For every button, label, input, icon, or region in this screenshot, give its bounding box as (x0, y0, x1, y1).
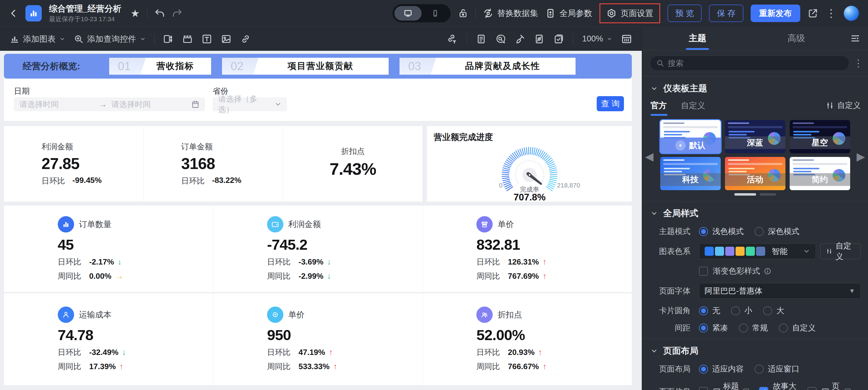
clean-style-brush-icon[interactable] (515, 34, 525, 44)
theme-thumb-tech[interactable]: 科技 (660, 157, 721, 190)
section-global-style[interactable]: 全局样式 (651, 207, 868, 220)
save-button[interactable]: 保 存 (709, 4, 743, 22)
theme-thumb-activity[interactable]: 活动 (725, 157, 785, 190)
lock-icon[interactable] (458, 8, 468, 19)
layout-widget-icon[interactable] (163, 34, 173, 44)
grid-settings-icon[interactable] (621, 34, 632, 44)
radio-spacing-normal[interactable]: 常规 (739, 323, 768, 333)
tab-theme[interactable]: 主题 (648, 27, 747, 50)
footer-checkbox[interactable] (807, 387, 816, 390)
theme-customize-button[interactable]: 自定义 (826, 100, 861, 111)
page-font-select[interactable]: 阿里巴巴-普惠体 ▼ (699, 283, 861, 299)
kpi-card-discount2[interactable]: 折扣点 52.00% 日环比20.93%↑ 周同比766.67%↑ (423, 293, 632, 385)
kpi-sub-value: -99.45% (72, 176, 102, 186)
kpi-card-discount[interactable]: 折扣点 7.43% (283, 126, 423, 202)
back-icon[interactable] (9, 9, 18, 18)
theme-thumb-simple[interactable]: 简约 (790, 157, 850, 190)
chat-analysis-icon[interactable] (495, 34, 506, 44)
avatar[interactable] (844, 6, 859, 21)
sliders-icon (826, 247, 833, 255)
image-widget-icon[interactable] (221, 34, 231, 44)
theme-tab-official[interactable]: 官方 (651, 100, 667, 116)
style-doc-icon[interactable] (476, 34, 486, 44)
kpi-label: 单价 (288, 309, 305, 320)
text-widget-icon[interactable] (202, 34, 212, 44)
republish-button[interactable]: 重新发布 (751, 4, 800, 22)
undo-icon[interactable] (155, 8, 165, 19)
share-icon[interactable] (807, 8, 818, 19)
batch-select-icon[interactable] (554, 34, 564, 44)
radio-light-mode[interactable]: 浅色模式 (699, 226, 744, 237)
title-area-option[interactable]: 标题区 (699, 381, 750, 390)
carousel-pagination[interactable] (659, 193, 851, 196)
tab-container-icon[interactable] (182, 34, 193, 44)
section-page-layout[interactable]: 页面布局 (651, 345, 868, 357)
redo-icon[interactable] (172, 8, 182, 19)
info-icon[interactable] (764, 267, 772, 275)
banner-tab-brand[interactable]: 03 品牌贡献及成长性 (400, 58, 576, 75)
mobile-toggle-icon[interactable] (422, 6, 449, 21)
radio-corner-small[interactable]: 小 (731, 305, 752, 316)
radio-corner-none[interactable]: 无 (699, 305, 720, 316)
page-settings-button[interactable]: 页面设置 (599, 3, 660, 23)
kpi-sub-value: -83.22% (212, 176, 241, 186)
add-query-control-button[interactable]: 添加查询控件 (74, 34, 146, 44)
banner-tab-revenue[interactable]: 01 营收指标 (109, 58, 211, 75)
zoom-control[interactable]: 100% (582, 34, 612, 43)
radio-fit-window[interactable]: 适应窗口 (754, 364, 799, 374)
theme-thumb-default[interactable]: 默认 (660, 120, 721, 153)
tab-advanced[interactable]: 高级 (747, 27, 846, 50)
link-filter-icon[interactable] (447, 34, 458, 44)
search-input[interactable]: 搜索 (650, 56, 849, 71)
radio-fit-content[interactable]: 适应内容 (699, 364, 744, 374)
preview-button[interactable]: 预 览 (668, 4, 702, 22)
dashboard-canvas: 经营分析概览: 01 营收指标 02 项目营业额贡献 03 品牌贡献及成长性 日… (0, 51, 642, 390)
province-select[interactable]: 请选择（多选） (213, 97, 287, 111)
kpi-card-unit-price[interactable]: 单价 832.81 日环比126.31%↑ 周同比767.69%↑ (423, 205, 632, 292)
chart-colors-select[interactable]: 智能 (699, 243, 816, 259)
kpi-card-profit2[interactable]: 利润金额 -745.2 日环比-3.69%↓ 周同比-2.99%↓ (213, 205, 422, 292)
favorite-star-icon[interactable]: ★ (131, 7, 140, 19)
link-widget-icon[interactable] (241, 34, 251, 44)
query-button[interactable]: 查 询 (597, 96, 624, 111)
section-dashboard-theme[interactable]: 仪表板主题 (651, 83, 868, 95)
date-range-input[interactable]: 请选择时间 → 请选择时间 (14, 97, 205, 111)
kpi-value: 832.81 (476, 236, 578, 253)
theme-thumb-starry[interactable]: 星空 (790, 120, 850, 153)
search-more-icon[interactable]: ⋮ (852, 58, 864, 69)
range-arrow: → (99, 100, 107, 109)
kpi-card-shipping-cost[interactable]: 运输成本 74.78 日环比-32.49%↓ 周同比17.39%↑ (4, 293, 213, 385)
edit-icon[interactable] (844, 388, 852, 390)
radio-corner-large[interactable]: 大 (763, 305, 784, 316)
radio-dark-mode[interactable]: 深色模式 (754, 226, 799, 237)
hide-component-icon[interactable] (534, 34, 545, 44)
story-outline-option[interactable]: ✓ 故事大纲 (759, 381, 799, 390)
desktop-toggle-icon[interactable] (394, 6, 422, 21)
title-area-checkbox[interactable] (699, 387, 708, 390)
radio-spacing-compact[interactable]: 紧凑 (699, 323, 728, 333)
footer-option[interactable]: 页尾 (807, 381, 852, 390)
gauge-card[interactable]: 营业额完成进度 0 218,870 完成率 707.8% (427, 126, 632, 202)
carousel-next-icon[interactable]: ▶ (857, 150, 865, 163)
theme-tab-custom[interactable]: 自定义 (681, 100, 705, 116)
kpi-card-order-count[interactable]: 订单数量 45 日环比-2.17%↓ 周同比0.00%→ (4, 205, 213, 292)
edit-icon[interactable] (742, 388, 750, 390)
global-params-button[interactable]: 全局参数 (545, 8, 592, 19)
add-chart-button[interactable]: 添加图表 (10, 34, 65, 44)
section-title: 全局样式 (663, 207, 698, 220)
replace-dataset-button[interactable]: 替换数据集 (483, 8, 538, 19)
banner-tab-project[interactable]: 02 项目营业额贡献 (222, 58, 389, 75)
device-toggle[interactable] (393, 4, 451, 22)
story-outline-checkbox[interactable]: ✓ (759, 387, 768, 390)
carousel-prev-icon[interactable]: ◀ (645, 150, 654, 163)
gradient-checkbox[interactable] (699, 267, 708, 276)
colors-customize-button[interactable]: 自定义 (820, 243, 861, 259)
kpi-card-order-amount[interactable]: 订单金额 3168 日环比-83.22% (143, 126, 283, 202)
theme-thumb-deepblue[interactable]: 深蓝 (725, 120, 785, 153)
kpi-card-profit[interactable]: 利润金额 27.85 日环比-99.45% (4, 126, 143, 202)
trend-arrow-icon: ↑ (542, 257, 547, 267)
kpi-card-unit-price2[interactable]: 单价 950 日环比47.19%↑ 周同比533.33%↑ (213, 293, 422, 385)
radio-spacing-custom[interactable]: 自定义 (779, 323, 816, 333)
collapse-panel-icon[interactable] (846, 27, 865, 50)
more-menu-icon[interactable]: ⋮ (826, 8, 837, 19)
